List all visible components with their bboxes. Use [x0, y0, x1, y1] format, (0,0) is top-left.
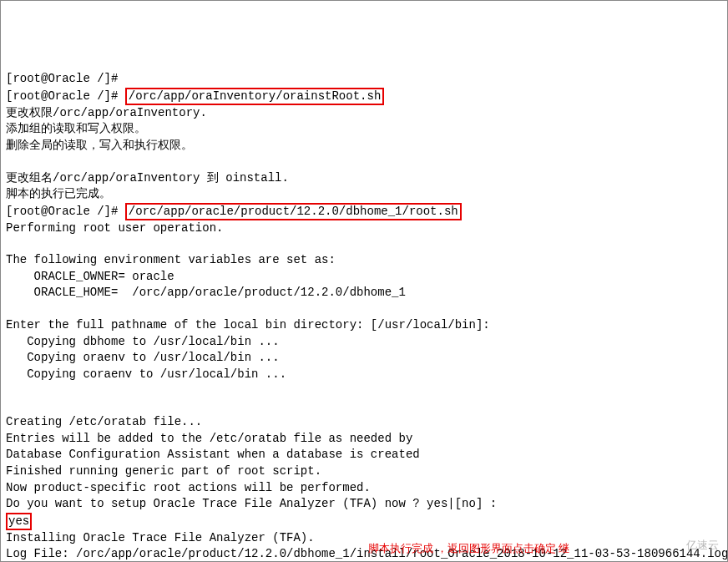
terminal-line: 脚本的执行已完成。 — [6, 186, 722, 203]
watermark-text: 亿速云 — [686, 538, 719, 553]
cloud-icon — [665, 539, 683, 552]
terminal-line — [6, 154, 722, 170]
terminal-line: yes — [6, 513, 722, 530]
annotation-text: 脚本执行完成 ，返回图形界面点击确定 继 — [368, 541, 569, 556]
terminal-line: 更改组名/orc/app/oraInventory 到 oinstall. — [6, 170, 722, 187]
shell-command: /orc/app/oracle/product/12.2.0/dbhome_1/… — [125, 203, 462, 220]
terminal-line: Finished running generic part of root sc… — [6, 463, 722, 480]
shell-command: /orc/app/oraInventory/orainstRoot.sh — [125, 88, 384, 105]
terminal-line — [6, 382, 722, 398]
terminal-line — [6, 398, 722, 414]
terminal-line: Creating /etc/oratab file... — [6, 414, 722, 431]
highlighted-input: yes — [6, 513, 32, 530]
terminal-line: ORACLE_OWNER= oracle — [6, 269, 722, 286]
terminal-line: Copying dbhome to /usr/local/bin ... — [6, 334, 722, 351]
shell-prompt: [root@Oracle /]# — [6, 89, 125, 103]
terminal-line: [root@Oracle /]# /orc/app/oraInventory/o… — [6, 88, 722, 105]
watermark: 亿速云 — [665, 538, 719, 553]
shell-prompt: [root@Oracle /]# — [6, 205, 125, 218]
terminal-line: Enter the full pathname of the local bin… — [6, 317, 722, 334]
terminal-line: Performing root user operation. — [6, 220, 722, 237]
terminal-line: Database Configuration Assistant when a … — [6, 447, 722, 463]
terminal-line: Log File: /orc/app/oracle/product/12.2.0… — [6, 546, 722, 562]
terminal-line: Copying oraenv to /usr/local/bin ... — [6, 350, 722, 367]
terminal-line: [root@Oracle /]# /orc/app/oracle/product… — [6, 203, 722, 220]
terminal-line: Now product-specific root actions will b… — [6, 480, 722, 497]
terminal-line: Entries will be added to the /etc/oratab… — [6, 431, 722, 448]
terminal-line: The following environment variables are … — [6, 252, 722, 269]
terminal-line: Copying coraenv to /usr/local/bin ... — [6, 367, 722, 383]
terminal-line: ORACLE_HOME= /orc/app/oracle/product/12.… — [6, 285, 722, 301]
terminal-line: 删除全局的读取，写入和执行权限。 — [6, 138, 722, 154]
terminal-line — [6, 236, 722, 252]
shell-prompt: [root@Oracle /]# — [6, 72, 125, 85]
terminal-line: 更改权限/orc/app/oraInventory. — [6, 105, 722, 122]
terminal-output: [root@Oracle /]# [root@Oracle /]# /orc/a… — [6, 71, 722, 562]
terminal-line: Do you want to setup Oracle Trace File A… — [6, 496, 722, 513]
terminal-line: Installing Oracle Trace File Analyzer (T… — [6, 530, 722, 547]
terminal-line: [root@Oracle /]# — [6, 71, 722, 88]
terminal-line: 添加组的读取和写入权限。 — [6, 121, 722, 138]
terminal-line — [6, 301, 722, 317]
